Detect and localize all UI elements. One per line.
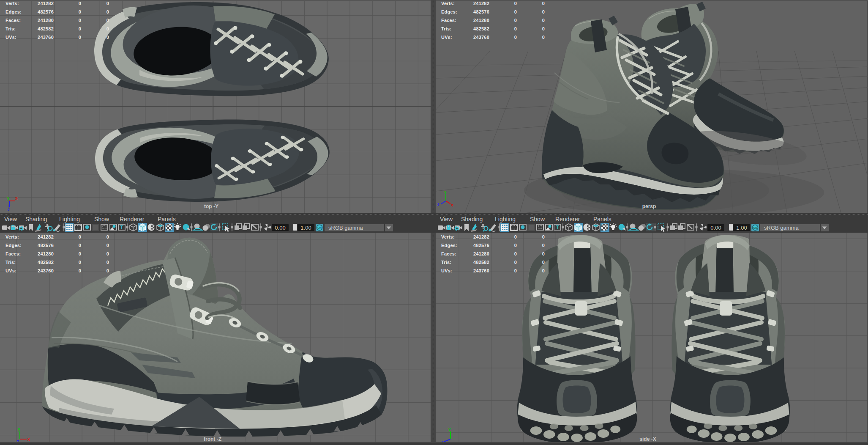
svg-text:z: z [8, 207, 10, 212]
svg-text:x: x [451, 203, 453, 207]
svg-text:x: x [27, 437, 30, 442]
svg-text:y: y [7, 196, 10, 201]
svg-text:z: z [437, 202, 439, 207]
svg-text:y: y [18, 427, 20, 431]
svg-text:y: y [448, 427, 451, 431]
svg-text:x: x [15, 196, 18, 201]
svg-text:y: y [444, 190, 447, 194]
svg-text:z: z [17, 439, 19, 442]
